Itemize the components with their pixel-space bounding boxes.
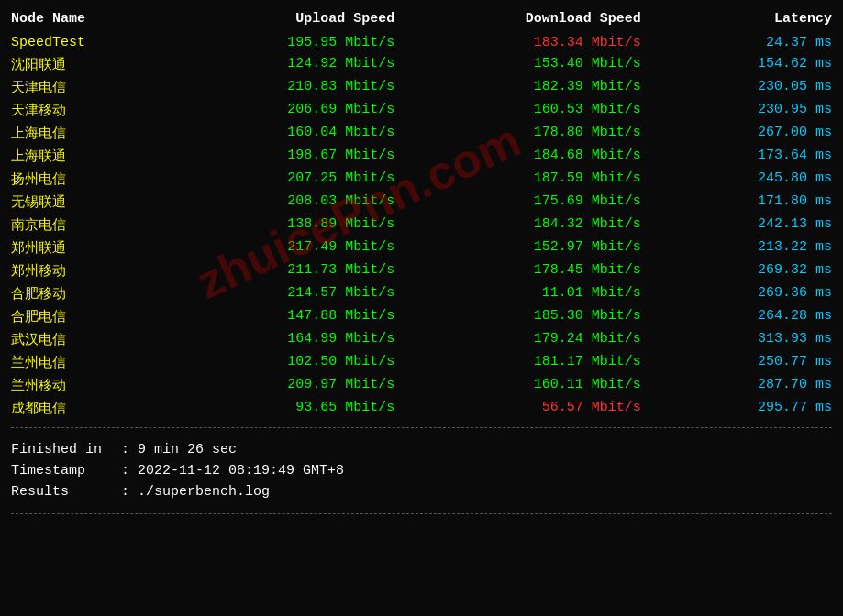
cell-download-speed: 181.17 Mbit/s	[421, 354, 641, 371]
table-row: 沈阳联通124.92 Mbit/s153.40 Mbit/s154.62 ms	[11, 53, 832, 76]
cell-node-name: SpeedTest	[11, 35, 158, 50]
cell-download-speed: 183.34 Mbit/s	[421, 35, 641, 50]
cell-latency: 213.22 ms	[667, 239, 832, 257]
cell-upload-speed: 209.97 Mbit/s	[183, 377, 394, 394]
cell-latency: 250.77 ms	[667, 354, 832, 371]
cell-node-name: 合肥移动	[11, 285, 158, 302]
cell-download-speed: 153.40 Mbit/s	[421, 56, 641, 73]
cell-latency: 295.77 ms	[667, 400, 832, 417]
cell-download-speed: 160.11 Mbit/s	[421, 377, 641, 394]
cell-node-name: 南京电信	[11, 216, 158, 234]
cell-latency: 269.36 ms	[667, 285, 832, 302]
cell-latency: 269.32 ms	[667, 262, 832, 280]
header-download-speed: Download Speed	[421, 11, 641, 27]
cell-download-speed: 179.24 Mbit/s	[421, 331, 641, 348]
table-row: 天津移动206.69 Mbit/s160.53 Mbit/s230.95 ms	[11, 99, 832, 122]
cell-latency: 313.93 ms	[667, 331, 832, 348]
table-row: 扬州电信207.25 Mbit/s187.59 Mbit/s245.80 ms	[11, 168, 832, 191]
header-upload-speed: Upload Speed	[183, 11, 394, 27]
cell-upload-speed: 206.69 Mbit/s	[183, 102, 394, 119]
footer-finished-label: Finished in	[11, 442, 121, 457]
cell-node-name: 上海联通	[11, 148, 158, 165]
cell-download-speed: 187.59 Mbit/s	[421, 170, 641, 188]
footer-results-label: Results	[11, 484, 121, 500]
footer-finished-value: : 9 min 26 sec	[121, 442, 237, 457]
cell-node-name: 天津移动	[11, 102, 158, 119]
cell-node-name: 郑州移动	[11, 262, 158, 280]
cell-latency: 24.37 ms	[667, 35, 832, 50]
cell-latency: 242.13 ms	[667, 216, 832, 234]
cell-download-speed: 152.97 Mbit/s	[421, 239, 641, 257]
table-row: 无锡联通208.03 Mbit/s175.69 Mbit/s171.80 ms	[11, 191, 832, 214]
cell-node-name: 兰州移动	[11, 377, 158, 394]
cell-node-name: 成都电信	[11, 400, 158, 417]
cell-node-name: 兰州电信	[11, 354, 158, 371]
cell-latency: 264.28 ms	[667, 308, 832, 325]
cell-node-name: 合肥电信	[11, 308, 158, 325]
cell-node-name: 无锡联通	[11, 193, 158, 211]
cell-upload-speed: 214.57 Mbit/s	[183, 285, 394, 302]
table-row: 上海联通198.67 Mbit/s184.68 Mbit/s173.64 ms	[11, 145, 832, 168]
divider-top	[11, 427, 832, 428]
cell-download-speed: 182.39 Mbit/s	[421, 79, 641, 96]
cell-node-name: 上海电信	[11, 125, 158, 142]
cell-download-speed: 178.45 Mbit/s	[421, 262, 641, 280]
cell-upload-speed: 138.89 Mbit/s	[183, 216, 394, 234]
cell-upload-speed: 207.25 Mbit/s	[183, 170, 394, 188]
cell-node-name: 天津电信	[11, 79, 158, 96]
table-body: SpeedTest195.95 Mbit/s183.34 Mbit/s24.37…	[11, 32, 832, 420]
header-node-name: Node Name	[11, 11, 158, 27]
cell-upload-speed: 210.83 Mbit/s	[183, 79, 394, 96]
cell-latency: 154.62 ms	[667, 56, 832, 73]
cell-download-speed: 184.32 Mbit/s	[421, 216, 641, 234]
cell-upload-speed: 195.95 Mbit/s	[183, 35, 394, 50]
footer-timestamp: Timestamp : 2022-11-12 08:19:49 GMT+8	[11, 460, 832, 481]
cell-upload-speed: 208.03 Mbit/s	[183, 193, 394, 211]
cell-latency: 171.80 ms	[667, 193, 832, 211]
table-header: Node Name Upload Speed Download Speed La…	[11, 7, 832, 30]
cell-node-name: 扬州电信	[11, 170, 158, 188]
table-row: 武汉电信164.99 Mbit/s179.24 Mbit/s313.93 ms	[11, 328, 832, 351]
table-row: 郑州移动211.73 Mbit/s178.45 Mbit/s269.32 ms	[11, 259, 832, 282]
cell-download-speed: 56.57 Mbit/s	[421, 400, 641, 417]
table-row: SpeedTest195.95 Mbit/s183.34 Mbit/s24.37…	[11, 32, 832, 53]
cell-latency: 245.80 ms	[667, 170, 832, 188]
cell-upload-speed: 164.99 Mbit/s	[183, 331, 394, 348]
table-row: 郑州联通217.49 Mbit/s152.97 Mbit/s213.22 ms	[11, 236, 832, 259]
cell-upload-speed: 198.67 Mbit/s	[183, 148, 394, 165]
divider-bottom	[11, 513, 832, 514]
cell-latency: 267.00 ms	[667, 125, 832, 142]
table-row: 兰州移动209.97 Mbit/s160.11 Mbit/s287.70 ms	[11, 374, 832, 397]
cell-node-name: 武汉电信	[11, 331, 158, 348]
cell-upload-speed: 217.49 Mbit/s	[183, 239, 394, 257]
cell-download-speed: 175.69 Mbit/s	[421, 193, 641, 211]
header-latency: Latency	[667, 11, 832, 27]
cell-latency: 230.95 ms	[667, 102, 832, 119]
cell-download-speed: 11.01 Mbit/s	[421, 285, 641, 302]
table-row: 合肥移动214.57 Mbit/s11.01 Mbit/s269.36 ms	[11, 282, 832, 305]
cell-latency: 230.05 ms	[667, 79, 832, 96]
footer-finished: Finished in : 9 min 26 sec	[11, 439, 832, 460]
cell-upload-speed: 160.04 Mbit/s	[183, 125, 394, 142]
footer-timestamp-label: Timestamp	[11, 463, 121, 478]
cell-latency: 287.70 ms	[667, 377, 832, 394]
cell-download-speed: 185.30 Mbit/s	[421, 308, 641, 325]
cell-node-name: 郑州联通	[11, 239, 158, 257]
cell-download-speed: 160.53 Mbit/s	[421, 102, 641, 119]
cell-upload-speed: 102.50 Mbit/s	[183, 354, 394, 371]
cell-latency: 173.64 ms	[667, 148, 832, 165]
cell-upload-speed: 93.65 Mbit/s	[183, 400, 394, 417]
table-row: 成都电信93.65 Mbit/s56.57 Mbit/s295.77 ms	[11, 397, 832, 420]
cell-download-speed: 184.68 Mbit/s	[421, 148, 641, 165]
footer-section: Finished in : 9 min 26 sec Timestamp : 2…	[11, 435, 832, 506]
footer-results: Results : ./superbench.log	[11, 481, 832, 502]
table-row: 天津电信210.83 Mbit/s182.39 Mbit/s230.05 ms	[11, 76, 832, 99]
cell-download-speed: 178.80 Mbit/s	[421, 125, 641, 142]
cell-upload-speed: 211.73 Mbit/s	[183, 262, 394, 280]
footer-timestamp-value: : 2022-11-12 08:19:49 GMT+8	[121, 463, 344, 478]
table-row: 上海电信160.04 Mbit/s178.80 Mbit/s267.00 ms	[11, 122, 832, 145]
table-row: 南京电信138.89 Mbit/s184.32 Mbit/s242.13 ms	[11, 214, 832, 236]
speed-test-table: Node Name Upload Speed Download Speed La…	[11, 7, 832, 514]
cell-node-name: 沈阳联通	[11, 56, 158, 73]
cell-upload-speed: 124.92 Mbit/s	[183, 56, 394, 73]
